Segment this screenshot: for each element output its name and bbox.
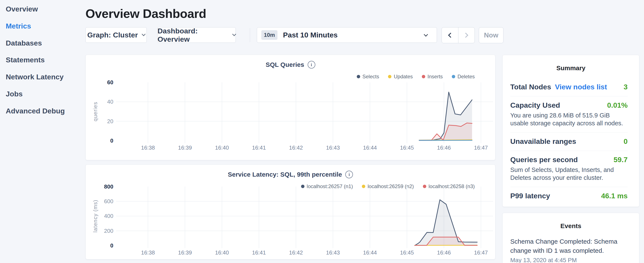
svg-text:16:47: 16:47 bbox=[474, 144, 488, 151]
view-nodes-list-link[interactable]: View nodes list bbox=[555, 83, 607, 91]
svg-text:16:47: 16:47 bbox=[474, 249, 488, 256]
toolbar-divider bbox=[250, 28, 250, 42]
event-timestamp: May 13, 2020 at 4:45 PM bbox=[510, 257, 630, 263]
sidebar-item-metrics[interactable]: Metrics bbox=[6, 22, 31, 30]
svg-text:16:40: 16:40 bbox=[215, 249, 229, 256]
svg-text:16:40: 16:40 bbox=[215, 144, 229, 151]
svg-text:16:45: 16:45 bbox=[400, 144, 414, 151]
now-button[interactable]: Now bbox=[479, 27, 504, 43]
chevron-left-icon bbox=[448, 33, 453, 38]
svg-text:60: 60 bbox=[107, 79, 113, 86]
svg-text:16:41: 16:41 bbox=[252, 144, 266, 151]
svg-text:16:44: 16:44 bbox=[363, 249, 377, 256]
svg-text:20: 20 bbox=[107, 118, 113, 124]
series-areas bbox=[415, 200, 477, 245]
service-latency-card: Service Latency: SQL, 99th percentile i … bbox=[86, 164, 496, 259]
summary-desc: Sum of Selects, Updates, Inserts, and De… bbox=[510, 166, 628, 182]
time-range-label: Past 10 Minutes bbox=[283, 31, 338, 39]
page-title: Overview Dashboard bbox=[86, 7, 206, 21]
svg-text:16:42: 16:42 bbox=[289, 249, 303, 256]
chevron-down-icon bbox=[232, 32, 236, 36]
dashboard-dropdown[interactable]: Dashboard: Overview bbox=[157, 27, 236, 43]
svg-text:16:41: 16:41 bbox=[252, 249, 266, 256]
svg-text:16:42: 16:42 bbox=[289, 144, 303, 151]
prev-time-button[interactable] bbox=[442, 28, 458, 43]
summary-value: 46.1 ms bbox=[601, 192, 628, 200]
sidebar-item-network-latency[interactable]: Network Latency bbox=[6, 73, 64, 81]
graph-dropdown[interactable]: Graph: Cluster bbox=[86, 27, 147, 43]
summary-desc: You are using 28.6 MiB of 515.9 GiB usab… bbox=[510, 112, 628, 127]
svg-text:200: 200 bbox=[104, 228, 113, 234]
svg-text:16:46: 16:46 bbox=[437, 249, 451, 256]
chevron-right-icon bbox=[463, 33, 468, 38]
summary-title: Summary bbox=[502, 65, 639, 72]
svg-text:16:46: 16:46 bbox=[437, 144, 451, 151]
chevron-down-icon bbox=[142, 32, 146, 36]
svg-text:queries: queries bbox=[92, 102, 98, 122]
summary-label: P99 latency bbox=[510, 192, 550, 200]
svg-text:0: 0 bbox=[110, 137, 113, 144]
time-step-buttons bbox=[442, 27, 475, 43]
sql-queries-card: SQL Queries i SelectsUpdatesInsertsDelet… bbox=[86, 55, 496, 160]
event-text: Schema Change Completed: Schema change w… bbox=[510, 237, 630, 255]
dashboard-dropdown-label: Dashboard: Overview bbox=[158, 27, 228, 43]
svg-text:600: 600 bbox=[104, 198, 113, 204]
service-latency-chart: 0200400600800latency (ms)16:3816:3916:40… bbox=[86, 165, 496, 259]
svg-text:800: 800 bbox=[104, 183, 113, 190]
y-axis: 0200400600800latency (ms) bbox=[92, 183, 113, 249]
summary-row-total-nodes: Total NodesView nodes list3 bbox=[510, 78, 628, 96]
sidebar-item-databases[interactable]: Databases bbox=[6, 39, 42, 47]
summary-row-queries-per-second: Queries per second59.7Sum of Selects, Up… bbox=[510, 151, 628, 187]
svg-text:16:43: 16:43 bbox=[326, 144, 340, 151]
chevron-down-icon bbox=[424, 32, 428, 37]
sidebar-item-statements[interactable]: Statements bbox=[6, 56, 45, 64]
svg-text:latency (ms): latency (ms) bbox=[92, 200, 98, 232]
svg-text:16:38: 16:38 bbox=[141, 144, 155, 151]
x-axis: 16:3816:3916:4016:4116:4216:4316:4416:45… bbox=[141, 144, 488, 151]
summary-row-p99-latency: P99 latency46.1 ms bbox=[510, 187, 628, 205]
next-time-button[interactable] bbox=[458, 28, 475, 43]
sidebar-item-overview[interactable]: Overview bbox=[6, 5, 38, 13]
summary-rows: Total NodesView nodes list3Capacity Used… bbox=[510, 78, 628, 205]
graph-dropdown-label: Graph: Cluster bbox=[87, 31, 138, 39]
events-panel: Events Schema Change Completed: Schema c… bbox=[502, 213, 639, 263]
summary-row-capacity-used: Capacity Used0.01%You are using 28.6 MiB… bbox=[510, 96, 628, 132]
summary-panel: Summary Total NodesView nodes list3Capac… bbox=[502, 55, 639, 207]
summary-row-unavailable-ranges: Unavailable ranges0 bbox=[510, 132, 628, 151]
summary-value: 59.7 bbox=[614, 156, 628, 164]
summary-value: 0 bbox=[624, 137, 628, 146]
summary-value: 0.01% bbox=[607, 101, 628, 109]
time-range-dropdown[interactable]: 10m Past 10 Minutes bbox=[257, 27, 437, 43]
sql-queries-chart: 0204060queries16:3816:3916:4016:4116:421… bbox=[86, 55, 496, 160]
events-title: Events bbox=[502, 222, 639, 229]
svg-text:16:43: 16:43 bbox=[326, 249, 340, 256]
svg-text:400: 400 bbox=[104, 213, 113, 219]
svg-text:40: 40 bbox=[107, 99, 113, 105]
sidebar-item-advanced-debug[interactable]: Advanced Debug bbox=[6, 107, 65, 115]
svg-text:16:45: 16:45 bbox=[400, 249, 414, 256]
summary-label: Total Nodes bbox=[510, 83, 551, 91]
svg-text:16:39: 16:39 bbox=[178, 249, 192, 256]
event-item: Schema Change Completed: Schema change w… bbox=[510, 237, 630, 263]
y-axis: 0204060queries bbox=[92, 79, 113, 144]
svg-text:16:38: 16:38 bbox=[141, 249, 155, 256]
svg-text:16:39: 16:39 bbox=[178, 144, 192, 151]
svg-text:16:44: 16:44 bbox=[363, 144, 377, 151]
summary-value: 3 bbox=[624, 83, 628, 91]
summary-label: Queries per second bbox=[510, 156, 578, 164]
summary-label: Unavailable ranges bbox=[510, 137, 576, 146]
svg-text:0: 0 bbox=[110, 242, 113, 249]
time-range-badge: 10m bbox=[261, 30, 278, 40]
x-axis: 16:3816:3916:4016:4116:4216:4316:4416:45… bbox=[141, 249, 488, 256]
sidebar-item-jobs[interactable]: Jobs bbox=[6, 90, 22, 98]
summary-label: Capacity Used bbox=[510, 101, 560, 109]
